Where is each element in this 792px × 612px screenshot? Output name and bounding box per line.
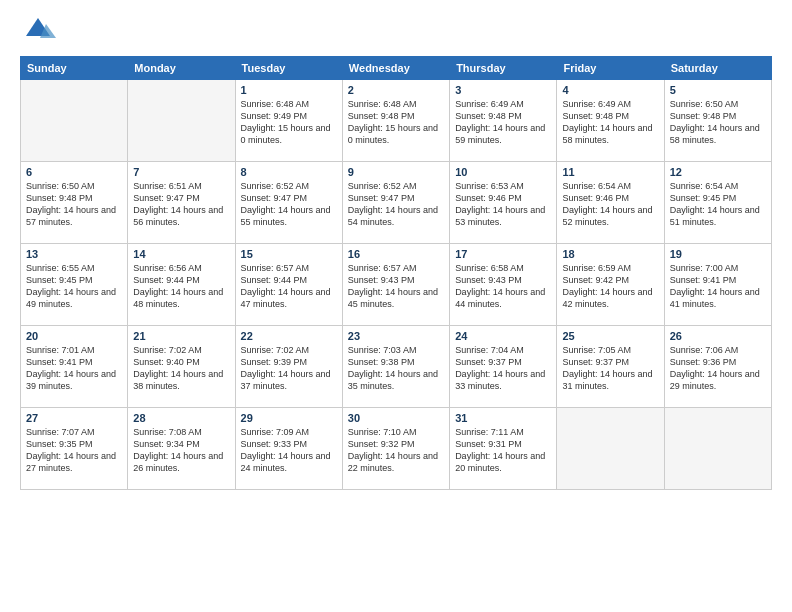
calendar-cell: 7Sunrise: 6:51 AM Sunset: 9:47 PM Daylig… bbox=[128, 162, 235, 244]
day-info: Sunrise: 6:55 AM Sunset: 9:45 PM Dayligh… bbox=[26, 262, 122, 311]
day-number: 14 bbox=[133, 248, 229, 260]
day-info: Sunrise: 6:56 AM Sunset: 9:44 PM Dayligh… bbox=[133, 262, 229, 311]
day-info: Sunrise: 7:01 AM Sunset: 9:41 PM Dayligh… bbox=[26, 344, 122, 393]
calendar-cell: 19Sunrise: 7:00 AM Sunset: 9:41 PM Dayli… bbox=[664, 244, 771, 326]
day-info: Sunrise: 6:59 AM Sunset: 9:42 PM Dayligh… bbox=[562, 262, 658, 311]
calendar-week-row: 27Sunrise: 7:07 AM Sunset: 9:35 PM Dayli… bbox=[21, 408, 772, 490]
header bbox=[20, 16, 772, 46]
calendar-cell: 15Sunrise: 6:57 AM Sunset: 9:44 PM Dayli… bbox=[235, 244, 342, 326]
calendar-cell: 3Sunrise: 6:49 AM Sunset: 9:48 PM Daylig… bbox=[450, 80, 557, 162]
day-number: 16 bbox=[348, 248, 444, 260]
day-info: Sunrise: 6:54 AM Sunset: 9:45 PM Dayligh… bbox=[670, 180, 766, 229]
day-number: 12 bbox=[670, 166, 766, 178]
day-info: Sunrise: 6:53 AM Sunset: 9:46 PM Dayligh… bbox=[455, 180, 551, 229]
calendar-cell: 24Sunrise: 7:04 AM Sunset: 9:37 PM Dayli… bbox=[450, 326, 557, 408]
calendar-cell: 5Sunrise: 6:50 AM Sunset: 9:48 PM Daylig… bbox=[664, 80, 771, 162]
day-number: 2 bbox=[348, 84, 444, 96]
day-info: Sunrise: 7:08 AM Sunset: 9:34 PM Dayligh… bbox=[133, 426, 229, 475]
day-number: 3 bbox=[455, 84, 551, 96]
day-number: 25 bbox=[562, 330, 658, 342]
day-info: Sunrise: 7:02 AM Sunset: 9:39 PM Dayligh… bbox=[241, 344, 337, 393]
day-info: Sunrise: 6:57 AM Sunset: 9:44 PM Dayligh… bbox=[241, 262, 337, 311]
weekday-header-friday: Friday bbox=[557, 57, 664, 80]
calendar-cell: 26Sunrise: 7:06 AM Sunset: 9:36 PM Dayli… bbox=[664, 326, 771, 408]
calendar-cell bbox=[557, 408, 664, 490]
day-info: Sunrise: 6:52 AM Sunset: 9:47 PM Dayligh… bbox=[348, 180, 444, 229]
day-number: 27 bbox=[26, 412, 122, 424]
calendar-cell: 27Sunrise: 7:07 AM Sunset: 9:35 PM Dayli… bbox=[21, 408, 128, 490]
day-number: 11 bbox=[562, 166, 658, 178]
calendar-cell: 31Sunrise: 7:11 AM Sunset: 9:31 PM Dayli… bbox=[450, 408, 557, 490]
calendar-cell: 21Sunrise: 7:02 AM Sunset: 9:40 PM Dayli… bbox=[128, 326, 235, 408]
day-number: 22 bbox=[241, 330, 337, 342]
day-number: 15 bbox=[241, 248, 337, 260]
day-info: Sunrise: 6:58 AM Sunset: 9:43 PM Dayligh… bbox=[455, 262, 551, 311]
day-number: 18 bbox=[562, 248, 658, 260]
calendar-cell: 11Sunrise: 6:54 AM Sunset: 9:46 PM Dayli… bbox=[557, 162, 664, 244]
calendar-cell: 6Sunrise: 6:50 AM Sunset: 9:48 PM Daylig… bbox=[21, 162, 128, 244]
day-info: Sunrise: 7:10 AM Sunset: 9:32 PM Dayligh… bbox=[348, 426, 444, 475]
day-number: 23 bbox=[348, 330, 444, 342]
calendar-cell: 14Sunrise: 6:56 AM Sunset: 9:44 PM Dayli… bbox=[128, 244, 235, 326]
day-number: 26 bbox=[670, 330, 766, 342]
day-number: 19 bbox=[670, 248, 766, 260]
day-number: 29 bbox=[241, 412, 337, 424]
day-info: Sunrise: 6:48 AM Sunset: 9:49 PM Dayligh… bbox=[241, 98, 337, 147]
calendar-cell: 28Sunrise: 7:08 AM Sunset: 9:34 PM Dayli… bbox=[128, 408, 235, 490]
day-number: 28 bbox=[133, 412, 229, 424]
calendar-cell: 8Sunrise: 6:52 AM Sunset: 9:47 PM Daylig… bbox=[235, 162, 342, 244]
calendar-cell bbox=[664, 408, 771, 490]
day-number: 30 bbox=[348, 412, 444, 424]
calendar-week-row: 20Sunrise: 7:01 AM Sunset: 9:41 PM Dayli… bbox=[21, 326, 772, 408]
calendar-cell: 18Sunrise: 6:59 AM Sunset: 9:42 PM Dayli… bbox=[557, 244, 664, 326]
day-info: Sunrise: 6:49 AM Sunset: 9:48 PM Dayligh… bbox=[455, 98, 551, 147]
day-number: 4 bbox=[562, 84, 658, 96]
day-info: Sunrise: 6:48 AM Sunset: 9:48 PM Dayligh… bbox=[348, 98, 444, 147]
calendar-cell: 30Sunrise: 7:10 AM Sunset: 9:32 PM Dayli… bbox=[342, 408, 449, 490]
day-info: Sunrise: 7:05 AM Sunset: 9:37 PM Dayligh… bbox=[562, 344, 658, 393]
day-number: 5 bbox=[670, 84, 766, 96]
calendar-cell: 4Sunrise: 6:49 AM Sunset: 9:48 PM Daylig… bbox=[557, 80, 664, 162]
calendar-cell bbox=[21, 80, 128, 162]
day-info: Sunrise: 7:02 AM Sunset: 9:40 PM Dayligh… bbox=[133, 344, 229, 393]
day-info: Sunrise: 6:50 AM Sunset: 9:48 PM Dayligh… bbox=[670, 98, 766, 147]
weekday-header-tuesday: Tuesday bbox=[235, 57, 342, 80]
weekday-header-thursday: Thursday bbox=[450, 57, 557, 80]
calendar-header-row: SundayMondayTuesdayWednesdayThursdayFrid… bbox=[21, 57, 772, 80]
day-info: Sunrise: 7:03 AM Sunset: 9:38 PM Dayligh… bbox=[348, 344, 444, 393]
calendar-cell: 17Sunrise: 6:58 AM Sunset: 9:43 PM Dayli… bbox=[450, 244, 557, 326]
day-info: Sunrise: 6:50 AM Sunset: 9:48 PM Dayligh… bbox=[26, 180, 122, 229]
day-number: 8 bbox=[241, 166, 337, 178]
calendar-cell: 16Sunrise: 6:57 AM Sunset: 9:43 PM Dayli… bbox=[342, 244, 449, 326]
calendar-table: SundayMondayTuesdayWednesdayThursdayFrid… bbox=[20, 56, 772, 490]
day-info: Sunrise: 7:07 AM Sunset: 9:35 PM Dayligh… bbox=[26, 426, 122, 475]
day-info: Sunrise: 6:57 AM Sunset: 9:43 PM Dayligh… bbox=[348, 262, 444, 311]
day-number: 17 bbox=[455, 248, 551, 260]
day-info: Sunrise: 7:04 AM Sunset: 9:37 PM Dayligh… bbox=[455, 344, 551, 393]
day-number: 24 bbox=[455, 330, 551, 342]
weekday-header-wednesday: Wednesday bbox=[342, 57, 449, 80]
day-number: 9 bbox=[348, 166, 444, 178]
weekday-header-monday: Monday bbox=[128, 57, 235, 80]
calendar-week-row: 1Sunrise: 6:48 AM Sunset: 9:49 PM Daylig… bbox=[21, 80, 772, 162]
calendar-cell: 9Sunrise: 6:52 AM Sunset: 9:47 PM Daylig… bbox=[342, 162, 449, 244]
calendar-cell: 20Sunrise: 7:01 AM Sunset: 9:41 PM Dayli… bbox=[21, 326, 128, 408]
day-number: 1 bbox=[241, 84, 337, 96]
page: SundayMondayTuesdayWednesdayThursdayFrid… bbox=[0, 0, 792, 612]
calendar-week-row: 13Sunrise: 6:55 AM Sunset: 9:45 PM Dayli… bbox=[21, 244, 772, 326]
day-number: 21 bbox=[133, 330, 229, 342]
weekday-header-saturday: Saturday bbox=[664, 57, 771, 80]
day-info: Sunrise: 7:06 AM Sunset: 9:36 PM Dayligh… bbox=[670, 344, 766, 393]
day-info: Sunrise: 7:00 AM Sunset: 9:41 PM Dayligh… bbox=[670, 262, 766, 311]
calendar-week-row: 6Sunrise: 6:50 AM Sunset: 9:48 PM Daylig… bbox=[21, 162, 772, 244]
day-number: 13 bbox=[26, 248, 122, 260]
logo-icon bbox=[20, 16, 56, 46]
logo bbox=[20, 16, 60, 46]
weekday-header-sunday: Sunday bbox=[21, 57, 128, 80]
day-info: Sunrise: 7:11 AM Sunset: 9:31 PM Dayligh… bbox=[455, 426, 551, 475]
calendar-cell: 29Sunrise: 7:09 AM Sunset: 9:33 PM Dayli… bbox=[235, 408, 342, 490]
day-info: Sunrise: 7:09 AM Sunset: 9:33 PM Dayligh… bbox=[241, 426, 337, 475]
calendar-cell: 25Sunrise: 7:05 AM Sunset: 9:37 PM Dayli… bbox=[557, 326, 664, 408]
calendar-cell: 1Sunrise: 6:48 AM Sunset: 9:49 PM Daylig… bbox=[235, 80, 342, 162]
calendar-cell: 2Sunrise: 6:48 AM Sunset: 9:48 PM Daylig… bbox=[342, 80, 449, 162]
